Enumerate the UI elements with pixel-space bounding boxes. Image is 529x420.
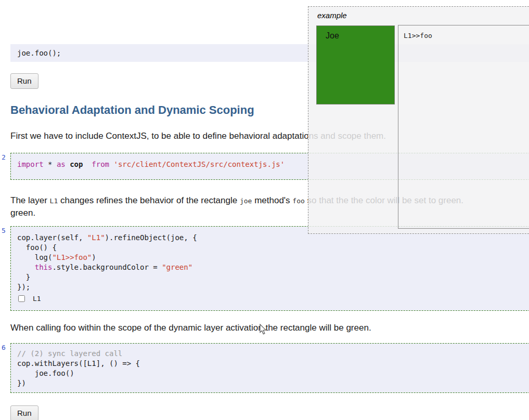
paragraph-text: changes refines the behavior of the rect… <box>58 195 240 205</box>
paragraph-withlayers-description: When calling foo within the scope of the… <box>10 322 529 334</box>
code-token <box>66 160 70 168</box>
code-editor[interactable]: cop.layer(self, "L1").refineObject(joe, … <box>10 226 529 311</box>
code-token: "green" <box>162 263 192 271</box>
code-token: foo() { <box>17 243 57 252</box>
example-pane-title: example <box>308 7 529 20</box>
paragraph-text: When calling foo within the scope of the… <box>10 323 371 333</box>
inline-code: foo <box>292 197 304 205</box>
cell-number: 5 <box>2 227 6 234</box>
inline-code: joe <box>240 197 252 205</box>
cell-number: 6 <box>2 344 6 351</box>
code-token: }); <box>17 283 30 291</box>
code-token: joe.foo(); <box>17 49 61 57</box>
code-token: "L1" <box>87 233 105 242</box>
code-token: this <box>35 263 53 271</box>
example-pane[interactable]: example Joe L1>>foo <box>308 6 529 234</box>
mouse-cursor-icon <box>260 324 267 335</box>
paragraph-text: method's <box>252 195 292 205</box>
code-token: // (2) sync layered call <box>17 349 122 358</box>
log-output-pane[interactable]: L1>>foo <box>398 25 529 229</box>
code-token <box>17 263 35 271</box>
code-token: cop.withLayers([L1], () => { <box>17 359 140 368</box>
layer-toggle-row: L1 <box>17 293 529 304</box>
code-token: cop.layer(self, <box>17 233 87 242</box>
code-token: ) <box>92 253 96 261</box>
code-token: ).refineObject(joe, { <box>105 233 197 242</box>
code-token: log( <box>17 253 52 261</box>
paragraph-text: green. <box>10 208 35 218</box>
code-token: cop <box>70 160 83 168</box>
code-token: }) <box>17 379 26 387</box>
code-token <box>83 160 92 168</box>
log-output-text: L1>>foo <box>398 25 432 40</box>
code-token: .style.backgroundColor = <box>52 263 162 271</box>
run-button-top[interactable]: Run <box>10 73 38 89</box>
code-cell-withlayers: 6// (2) sync layered callcop.withLayers(… <box>10 343 529 393</box>
code-token: "L1>>foo" <box>52 253 92 261</box>
cell-number: 2 <box>2 153 6 161</box>
layer-checkbox-label: L1 <box>33 295 41 303</box>
code-token: } <box>17 273 30 281</box>
code-cell-refine-object: 5cop.layer(self, "L1").refineObject(joe,… <box>10 226 529 311</box>
run-button-bottom[interactable]: Run <box>10 405 38 420</box>
joe-rectangle[interactable]: Joe <box>316 25 395 104</box>
layer-checkbox[interactable] <box>18 295 25 302</box>
paragraph-text: The layer <box>10 195 50 205</box>
code-token: as <box>57 160 66 168</box>
inline-code: L1 <box>50 197 58 205</box>
code-token: 'src/client/ContextJS/src/contextjs.js' <box>113 160 285 168</box>
code-token: import <box>17 160 44 168</box>
code-editor[interactable]: // (2) sync layered callcop.withLayers([… <box>10 343 529 393</box>
joe-rectangle-label: Joe <box>317 26 339 41</box>
code-token: joe.foo() <box>17 369 74 377</box>
code-token: from <box>92 160 109 168</box>
code-token: * <box>44 160 57 168</box>
